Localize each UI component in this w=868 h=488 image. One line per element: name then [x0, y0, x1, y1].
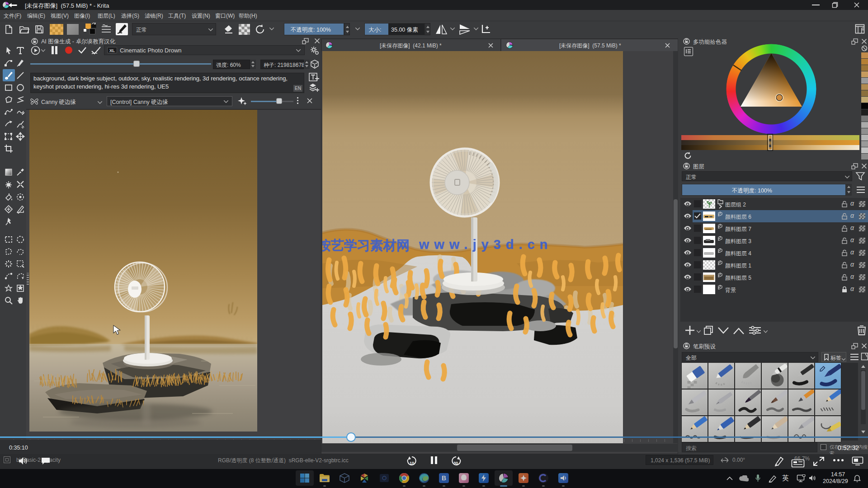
svg-text:30: 30: [453, 461, 458, 465]
svg-text:按艺学习素材网: 按艺学习素材网: [322, 238, 410, 253]
svg-text:www.jy3d.cn: www.jy3d.cn: [419, 237, 553, 252]
svg-text:10: 10: [410, 461, 414, 465]
